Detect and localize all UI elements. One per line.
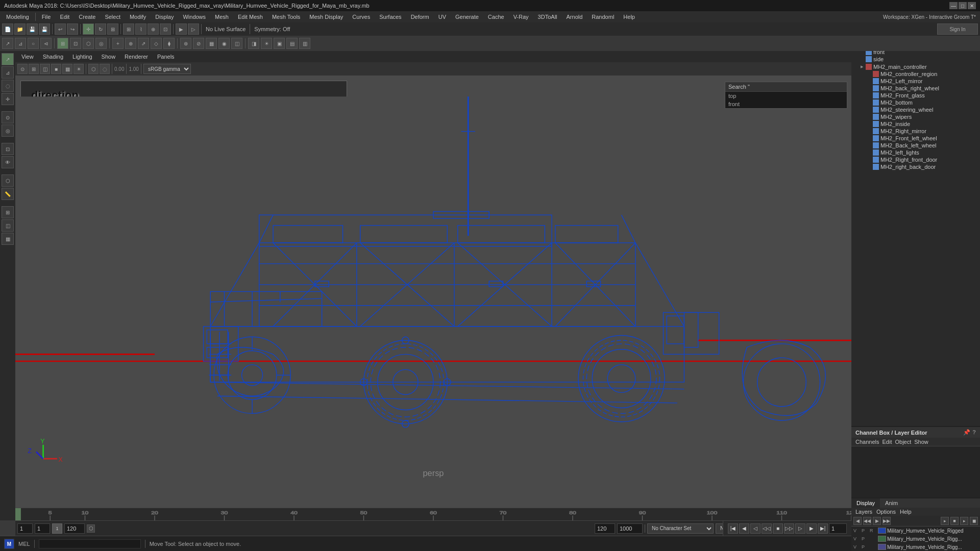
tree-item[interactable]: MH2_Left_mirror (851, 78, 980, 85)
channels-menu[interactable]: Channels (855, 439, 879, 445)
menu-generate[interactable]: Generate (451, 13, 483, 21)
menu-help[interactable]: Help (619, 13, 639, 21)
layer-prev-btn[interactable]: ◀ (853, 517, 862, 525)
prev-frame-btn[interactable]: ◀ (739, 523, 749, 534)
layer-next-btn[interactable]: ▶ (873, 517, 881, 525)
jump-end-btn[interactable]: ▶| (818, 523, 828, 534)
tree-item[interactable]: MH2_right_back_door (851, 163, 980, 170)
layer2-v[interactable]: V (853, 536, 861, 541)
close-button[interactable]: ✕ (968, 2, 976, 9)
view-menu-shading[interactable]: Shading (39, 53, 67, 61)
end-frame-field[interactable] (64, 523, 85, 534)
jump-start-btn[interactable]: |◀ (728, 523, 738, 534)
vp-solid-btn[interactable]: ■ (51, 64, 61, 74)
minimize-button[interactable]: — (949, 2, 958, 9)
layer1-r[interactable]: R (870, 528, 877, 533)
layer-prev-all-btn[interactable]: ◀◀ (863, 517, 871, 525)
step-fwd-btn[interactable]: ▷ (795, 523, 805, 534)
mel-input[interactable] (39, 539, 141, 548)
snap2-btn[interactable]: ⊘ (193, 38, 204, 49)
search-result-front[interactable]: front (725, 100, 847, 108)
frame-range-btn[interactable]: ⬡ (87, 524, 95, 533)
menu-mesh-display[interactable]: Mesh Display (305, 13, 347, 21)
snap-grid-btn[interactable]: ⊞ (123, 23, 134, 35)
layer-stop-btn[interactable]: ■ (950, 517, 959, 525)
start-frame-field[interactable] (17, 523, 33, 534)
pivot-btn[interactable]: ⊡ (70, 38, 81, 49)
ungroup-btn[interactable]: ⧫ (163, 38, 175, 49)
step-back-btn[interactable]: ◁ (750, 523, 761, 534)
tree-item[interactable]: MH2_Back_left_wheel (851, 142, 980, 149)
tree-item[interactable]: ▸MH2_main_controller (851, 63, 980, 70)
tree-item[interactable]: MH2_wipers (851, 113, 980, 120)
layer1-v[interactable]: V (853, 528, 861, 533)
vp-xray-btn[interactable]: ◌ (100, 64, 110, 74)
menu-arnold[interactable]: Arnold (562, 13, 587, 21)
rotate-btn[interactable]: ↻ (95, 23, 106, 35)
menu-vray[interactable]: V-Ray (509, 13, 533, 21)
tree-item[interactable]: MH2_bottom (851, 99, 980, 106)
scale-btn[interactable]: ⊞ (107, 23, 118, 35)
layers-submenu[interactable]: Layers (855, 509, 872, 515)
tree-item[interactable]: MH2_Front_glass (851, 92, 980, 99)
ik-btn[interactable]: ▥ (299, 38, 310, 49)
vp-grid-btn[interactable]: ⊞ (29, 64, 39, 74)
lasso-mode-btn[interactable]: ⊿ (2, 66, 14, 79)
extra2-btn[interactable]: ◫ (2, 219, 14, 232)
snap-point-btn[interactable]: ⊕ (148, 23, 159, 35)
cam-btn[interactable]: ▣ (274, 38, 285, 49)
render-btn[interactable]: ▶ (176, 23, 187, 35)
new-scene-btn[interactable]: 📄 (2, 23, 13, 35)
menu-deform[interactable]: Deform (407, 13, 433, 21)
menu-cache[interactable]: Cache (484, 13, 508, 21)
quick-sel-btn[interactable]: ⊡ (2, 143, 14, 155)
paint-mode-btn[interactable]: ◌ (2, 80, 14, 92)
total-frames-field[interactable] (617, 523, 643, 534)
menu-select[interactable]: Select (101, 13, 125, 21)
move-btn[interactable]: ✛ (83, 23, 94, 35)
menu-windows[interactable]: Windows (179, 13, 210, 21)
snap-curve-btn[interactable]: ⌇ (135, 23, 146, 35)
save-scene-btn[interactable]: 💾 (27, 23, 38, 35)
maximize-button[interactable]: □ (959, 2, 967, 9)
snap3-btn[interactable]: ▦ (206, 38, 217, 49)
menu-curves[interactable]: Curves (348, 13, 374, 21)
menu-randoml[interactable]: Randoml (587, 13, 618, 21)
options-submenu[interactable]: Options (876, 509, 896, 515)
channel-box-pin-btn[interactable]: 📌 (963, 429, 970, 436)
ruler-btn[interactable]: 📏 (2, 188, 14, 200)
color-space-select[interactable]: sRGB gamma (143, 64, 191, 74)
menu-surfaces[interactable]: Surfaces (375, 13, 405, 21)
layer2-p[interactable]: P (862, 536, 869, 541)
artisan-btn[interactable]: ◎ (2, 124, 14, 137)
snap4-btn[interactable]: ◉ (218, 38, 230, 49)
joint-btn[interactable]: ▤ (286, 38, 298, 49)
ipr-btn[interactable]: ▷ (188, 23, 199, 35)
tree-item[interactable]: MH2_controller_region (851, 70, 980, 78)
snap-view-btn[interactable]: ⊡ (160, 23, 171, 35)
layer-play-btn[interactable]: ▸ (941, 517, 949, 525)
move-mode-btn[interactable]: ✛ (2, 93, 14, 105)
next-frame-btn[interactable]: ▶ (806, 523, 817, 534)
paint-btn[interactable]: ○ (28, 38, 39, 49)
render2-btn[interactable]: ◨ (248, 38, 259, 49)
menu-mesh[interactable]: Mesh (211, 13, 233, 21)
stop-btn[interactable]: ■ (773, 523, 783, 534)
aim-btn[interactable]: ⊕ (125, 38, 136, 49)
show-menu[interactable]: Show (914, 439, 928, 445)
no-character-set-select[interactable]: No Character Set (647, 523, 714, 534)
menu-3dtoall[interactable]: 3DToAll (534, 13, 561, 21)
menu-edit[interactable]: Edit (56, 13, 74, 21)
menu-create[interactable]: Create (75, 13, 100, 21)
extra3-btn[interactable]: ▦ (2, 233, 14, 245)
object-menu[interactable]: Object (895, 439, 911, 445)
tree-item[interactable]: MH2_Right_front_door (851, 156, 980, 163)
show-hide-btn[interactable]: 👁 (2, 156, 14, 168)
display-tab[interactable]: Display (851, 498, 880, 508)
layer1-p[interactable]: P (862, 528, 869, 533)
menu-uv[interactable]: UV (434, 13, 450, 21)
sign-in-btn[interactable]: Sign In (937, 23, 978, 35)
menu-modeling[interactable]: Modeling (2, 13, 33, 21)
edit-menu[interactable]: Edit (882, 439, 892, 445)
lasso-btn[interactable]: ⊿ (15, 38, 26, 49)
